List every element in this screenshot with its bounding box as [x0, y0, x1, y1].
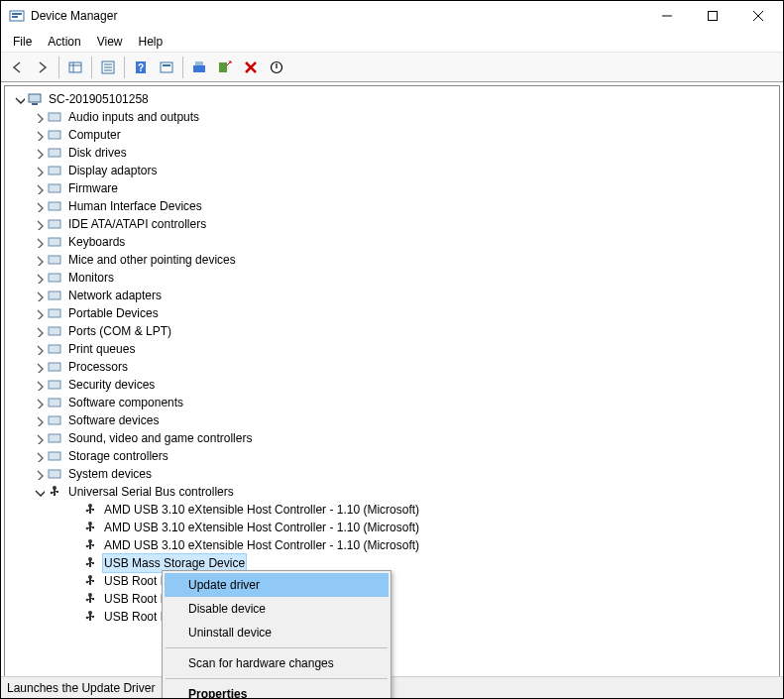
- action-button[interactable]: [155, 56, 178, 79]
- tree-category[interactable]: Security devices: [9, 376, 779, 394]
- expander-icon[interactable]: [31, 414, 47, 426]
- back-button[interactable]: [5, 56, 29, 79]
- svg-rect-16: [161, 62, 172, 72]
- tree-category-label: Ports (COM & LPT): [66, 322, 173, 340]
- update-driver-button[interactable]: [187, 56, 211, 79]
- expander-icon[interactable]: [31, 290, 47, 301]
- ide-icon: [47, 216, 62, 232]
- menu-file[interactable]: File: [5, 33, 40, 51]
- scan-hardware-button[interactable]: [213, 56, 237, 79]
- tree-category[interactable]: Universal Serial Bus controllers: [9, 483, 779, 501]
- disable-button[interactable]: [265, 56, 288, 79]
- context-menu: Update driverDisable deviceUninstall dev…: [162, 570, 392, 699]
- help-button[interactable]: ?: [129, 56, 153, 79]
- show-hidden-button[interactable]: [63, 56, 87, 79]
- context-menu-item[interactable]: Update driver: [165, 573, 389, 597]
- maximize-button[interactable]: [690, 1, 735, 31]
- expander-icon[interactable]: [31, 165, 47, 176]
- expander-icon[interactable]: [31, 147, 47, 159]
- context-menu-item[interactable]: Disable device: [165, 597, 389, 621]
- tree-category[interactable]: Mice and other pointing devices: [9, 251, 779, 269]
- expander-icon[interactable]: [31, 486, 47, 498]
- tree-device-label: AMD USB 3.10 eXtensible Host Controller …: [102, 536, 421, 554]
- expander-icon[interactable]: [31, 254, 47, 266]
- expander-icon[interactable]: [31, 361, 47, 373]
- minimize-button[interactable]: [644, 1, 690, 31]
- tree-category-label: Universal Serial Bus controllers: [66, 483, 236, 501]
- tree-device[interactable]: AMD USB 3.10 eXtensible Host Controller …: [9, 536, 779, 554]
- device-tree[interactable]: SC-201905101258Audio inputs and outputsC…: [5, 86, 779, 678]
- tree-category[interactable]: Keyboards: [9, 233, 779, 251]
- expander-icon[interactable]: [31, 182, 47, 194]
- tree-category-label: Portable Devices: [66, 304, 161, 322]
- status-text: Launches the Update Driver: [7, 681, 155, 695]
- tree-device[interactable]: USB Root Hub (USB 3.0): [9, 572, 779, 590]
- expander-icon[interactable]: [31, 468, 47, 480]
- menu-action[interactable]: Action: [40, 33, 88, 51]
- expander-icon[interactable]: [31, 111, 47, 123]
- expander-icon[interactable]: [31, 343, 47, 355]
- tree-device[interactable]: AMD USB 3.10 eXtensible Host Controller …: [9, 519, 779, 536]
- context-menu-item[interactable]: Scan for hardware changes: [165, 651, 389, 675]
- menu-view[interactable]: View: [89, 33, 131, 51]
- tree-root[interactable]: SC-201905101258: [9, 90, 779, 108]
- expander-icon[interactable]: [31, 307, 47, 319]
- security-icon: [47, 377, 62, 393]
- expander-icon[interactable]: [31, 218, 47, 230]
- expander-icon[interactable]: [31, 432, 47, 444]
- close-button[interactable]: [735, 1, 781, 31]
- tree-category[interactable]: Software components: [9, 394, 779, 411]
- usb-icon: [47, 484, 62, 500]
- tree-category[interactable]: Ports (COM & LPT): [9, 322, 779, 340]
- properties-button[interactable]: [96, 56, 120, 79]
- system-icon: [47, 466, 62, 482]
- tree-category[interactable]: Sound, video and game controllers: [9, 429, 779, 447]
- expander-icon[interactable]: [31, 379, 47, 391]
- usb-dev-icon: [82, 591, 98, 607]
- tree-category[interactable]: Firmware: [9, 179, 779, 197]
- network-icon: [47, 288, 62, 303]
- toolbar: ?: [1, 53, 783, 82]
- tree-device[interactable]: AMD USB 3.10 eXtensible Host Controller …: [9, 501, 779, 519]
- tree-category[interactable]: Print queues: [9, 340, 779, 358]
- tree-device[interactable]: USB Root Hub (USB 3.0): [9, 608, 779, 626]
- tree-category-label: System devices: [66, 465, 154, 483]
- tree-category-label: Processors: [66, 358, 130, 376]
- tree-device[interactable]: USB Root Hub (USB 3.0): [9, 590, 779, 608]
- tree-category[interactable]: System devices: [9, 465, 779, 483]
- tree-device[interactable]: USB Mass Storage Device: [9, 554, 779, 572]
- tree-category[interactable]: Software devices: [9, 411, 779, 429]
- expander-icon[interactable]: [31, 129, 47, 141]
- tree-category-label: Computer: [66, 126, 123, 144]
- storage-icon: [47, 448, 62, 464]
- tree-category-label: Firmware: [66, 179, 120, 197]
- tree-category[interactable]: Network adapters: [9, 287, 779, 304]
- mouse-icon: [47, 252, 62, 268]
- tree-category[interactable]: Human Interface Devices: [9, 197, 779, 215]
- tree-category[interactable]: Monitors: [9, 269, 779, 287]
- svg-text:?: ?: [138, 62, 144, 73]
- monitor-icon: [47, 270, 62, 286]
- tree-category[interactable]: Portable Devices: [9, 304, 779, 322]
- context-menu-item[interactable]: Properties: [165, 682, 389, 699]
- expander-icon[interactable]: [31, 397, 47, 408]
- uninstall-button[interactable]: [239, 56, 263, 79]
- expander-icon[interactable]: [31, 325, 47, 337]
- forward-button[interactable]: [31, 56, 55, 79]
- tree-category-label: Disk drives: [66, 144, 129, 162]
- usb-dev-icon: [82, 609, 98, 625]
- tree-category[interactable]: Storage controllers: [9, 447, 779, 465]
- expander-icon[interactable]: [31, 272, 47, 284]
- tree-category[interactable]: Display adaptors: [9, 162, 779, 179]
- expander-icon[interactable]: [31, 450, 47, 462]
- tree-category[interactable]: Audio inputs and outputs: [9, 108, 779, 126]
- expander-icon[interactable]: [31, 236, 47, 248]
- tree-category[interactable]: IDE ATA/ATAPI controllers: [9, 215, 779, 233]
- context-menu-item[interactable]: Uninstall device: [165, 621, 389, 644]
- tree-category[interactable]: Disk drives: [9, 144, 779, 162]
- expander-icon[interactable]: [11, 93, 27, 105]
- expander-icon[interactable]: [31, 200, 47, 212]
- menu-help[interactable]: Help: [131, 33, 171, 51]
- tree-category[interactable]: Processors: [9, 358, 779, 376]
- tree-category[interactable]: Computer: [9, 126, 779, 144]
